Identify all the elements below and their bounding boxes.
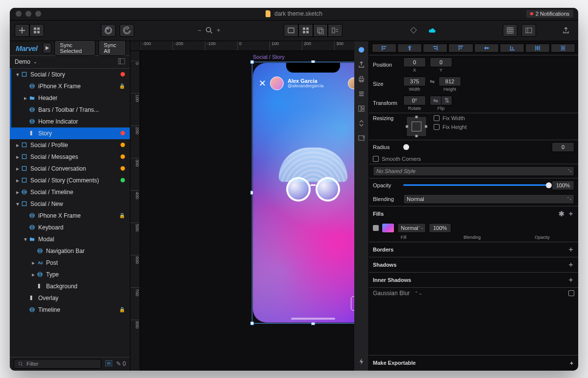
view-grid-button[interactable] [298, 24, 313, 37]
add-border-button[interactable]: ＋ [567, 245, 574, 254]
print-icon[interactable] [357, 75, 367, 84]
reorder-icon[interactable] [357, 119, 367, 128]
distribute-h-button[interactable] [525, 44, 550, 52]
close-icon[interactable]: ✕ [259, 78, 266, 89]
export-icon[interactable] [357, 60, 367, 70]
resize-handle-nw[interactable] [250, 60, 254, 64]
layer-row[interactable]: iPhone X Frame🔒 [10, 210, 130, 222]
user-avatar[interactable] [270, 76, 284, 90]
layer-row[interactable]: Bars / Toolbar / Trans... [10, 104, 130, 116]
add-image-icon[interactable] [357, 133, 367, 143]
diamond-icon[interactable] [406, 24, 421, 37]
disclosure-triangle-icon[interactable] [15, 177, 21, 184]
rotate-left-button[interactable] [101, 24, 116, 37]
view-prototype-button[interactable] [328, 24, 343, 37]
layer-row[interactable]: Header [10, 92, 130, 104]
disclosure-triangle-icon[interactable] [15, 71, 21, 78]
blending-select[interactable]: Normal [403, 194, 574, 204]
layer-row[interactable]: Social / Story [10, 69, 130, 80]
layer-row[interactable]: AaPost [10, 257, 130, 269]
position-x-input[interactable]: 0 [403, 57, 426, 67]
layer-row[interactable]: iPhone X Frame🔒 [10, 80, 130, 92]
shared-style-select[interactable]: No Shared Style [373, 166, 574, 176]
layer-row[interactable]: Social / Story (Comments) [10, 175, 130, 186]
layer-row[interactable]: Background [10, 280, 130, 292]
rotate-right-button[interactable] [120, 24, 134, 37]
lock-icon[interactable]: 🔒 [119, 213, 125, 218]
opacity-slider[interactable] [403, 184, 549, 186]
disclosure-triangle-icon[interactable] [30, 259, 36, 266]
disclosure-triangle-icon[interactable] [15, 165, 21, 172]
minimize-window-button[interactable] [25, 11, 31, 17]
page-selector[interactable]: Demo ⌄ [10, 56, 130, 69]
disclosure-triangle-icon[interactable] [23, 236, 28, 243]
cloud-sync-icon[interactable] [425, 24, 440, 37]
list-icon[interactable] [357, 89, 367, 99]
compose-button[interactable] [351, 296, 354, 311]
view-canvas-button[interactable] [284, 24, 298, 37]
fill-blend-select[interactable]: Normal [397, 223, 426, 233]
distribute-v-button[interactable] [551, 44, 575, 52]
layout-toggle-button[interactable] [521, 24, 536, 37]
sync-selected-button[interactable]: Sync Selected [54, 40, 96, 56]
sync-all-button[interactable]: Sync All [98, 40, 126, 56]
zoom-in-icon[interactable]: + [217, 27, 220, 34]
layer-row[interactable]: Social / New [10, 198, 130, 210]
align-hcenter-button[interactable] [397, 44, 422, 52]
fills-settings-icon[interactable]: ✱ [559, 210, 564, 218]
page-grid-icon[interactable] [118, 58, 125, 66]
shapes-button[interactable] [29, 24, 44, 37]
height-input[interactable]: 812 [439, 76, 461, 86]
zoom-window-button[interactable] [35, 11, 41, 17]
filter-input[interactable]: Filter [14, 359, 101, 369]
layer-row[interactable]: Social / Profile [10, 139, 130, 151]
play-button[interactable] [43, 43, 52, 53]
layer-row[interactable]: Type [10, 269, 130, 280]
layer-row[interactable]: Modal [10, 233, 130, 245]
zoom-out-icon[interactable]: − [198, 27, 201, 34]
add-export-button[interactable]: ＋ [569, 359, 574, 367]
align-bottom-button[interactable] [500, 44, 524, 52]
layer-row[interactable]: Navigation Bar [10, 245, 130, 257]
layers-list[interactable]: Social / StoryiPhone X Frame🔒HeaderBars … [10, 69, 130, 357]
layer-row[interactable]: Social / Messages [10, 151, 130, 163]
artboard-filter-icon[interactable] [105, 360, 112, 368]
fill-opacity-input[interactable]: 100% [429, 223, 451, 233]
lightning-icon[interactable] [357, 357, 367, 367]
fix-height-checkbox[interactable]: Fix Height [434, 124, 467, 130]
opacity-input[interactable]: 100% [552, 180, 574, 190]
lock-icon[interactable]: 🔒 [119, 83, 125, 89]
disclosure-triangle-icon[interactable] [30, 271, 36, 278]
inspector-tab-align[interactable] [357, 45, 367, 55]
fill-enabled-checkbox[interactable] [373, 225, 379, 231]
align-top-button[interactable] [448, 44, 473, 52]
align-vcenter-button[interactable] [474, 44, 499, 52]
artboard-story[interactable]: ✕ Alex Garcia @alexandergarcia [253, 63, 354, 323]
fix-width-checkbox[interactable]: Fix Width [434, 115, 467, 121]
disclosure-triangle-icon[interactable] [15, 142, 21, 149]
grid-toggle-button[interactable] [503, 24, 517, 37]
radius-slider-knob[interactable] [403, 144, 409, 150]
disclosure-triangle-icon[interactable] [15, 153, 21, 160]
layer-row[interactable]: Keyboard [10, 222, 130, 233]
width-input[interactable]: 375 [403, 76, 426, 86]
resize-handle-sw[interactable] [250, 322, 254, 325]
flip-control[interactable]: ⇋⇅ [430, 96, 452, 105]
position-y-input[interactable]: 0 [430, 57, 452, 67]
add-inner-shadow-button[interactable]: ＋ [567, 276, 574, 284]
layer-row[interactable]: Social / Conversation [10, 163, 130, 175]
insert-button[interactable] [15, 24, 29, 37]
zoom-control[interactable]: − + [198, 26, 220, 34]
layer-row[interactable]: Home Indicator [10, 116, 130, 127]
add-shadow-button[interactable]: ＋ [567, 260, 574, 269]
disclosure-triangle-icon[interactable] [15, 189, 21, 196]
resizing-constraint-box[interactable] [406, 116, 427, 137]
layout-icon[interactable] [357, 104, 367, 114]
slice-filter-icon[interactable]: ✎ 0 [116, 360, 126, 367]
gaussian-blur-checkbox[interactable] [568, 290, 574, 296]
align-left-button[interactable] [372, 44, 396, 52]
canvas[interactable]: Social / Story [140, 51, 354, 371]
lock-icon[interactable]: 🔒 [119, 307, 125, 312]
close-window-button[interactable] [16, 11, 22, 17]
share-button[interactable] [559, 24, 573, 37]
